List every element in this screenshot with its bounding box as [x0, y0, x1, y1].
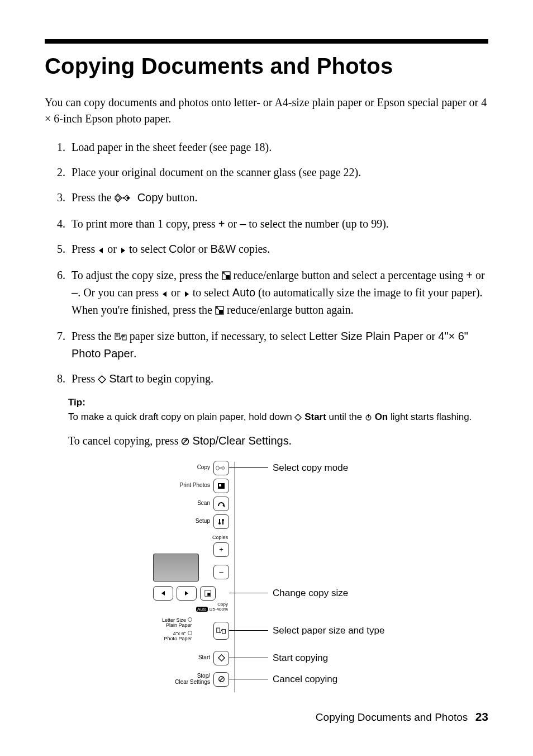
leader-line	[229, 679, 268, 679]
step-7: Press the paper size button, if necessar…	[68, 328, 488, 362]
print-photos-button[interactable]	[213, 479, 229, 493]
reduce-enlarge-button[interactable]	[200, 586, 216, 601]
letter-paper-label: Letter Size Plain Paper	[309, 330, 423, 342]
svg-point-17	[218, 522, 221, 525]
text: or	[423, 330, 439, 342]
copies-section-label: Copies	[212, 535, 228, 540]
leader-line	[229, 467, 268, 468]
reduce-enlarge-icon	[215, 303, 224, 319]
control-panel: Copy Print Photos Scan Setup Copies + –	[145, 457, 235, 692]
text: copies.	[236, 243, 270, 255]
right-arrow-button[interactable]	[177, 586, 197, 601]
leader-line	[229, 593, 268, 593]
setup-button-label: Setup	[196, 518, 210, 525]
minus-symbol: –	[72, 286, 78, 299]
leader-line	[229, 630, 268, 631]
svg-point-18	[222, 519, 224, 521]
paper-size-button[interactable]	[213, 622, 229, 640]
power-icon	[365, 412, 372, 426]
text: or	[168, 286, 183, 299]
steps-list: Load paper in the sheet feeder (see page…	[45, 139, 488, 388]
text: button.	[163, 191, 197, 204]
stop-button[interactable]	[213, 672, 229, 687]
svg-rect-6	[219, 310, 223, 314]
text: Press the	[72, 191, 115, 204]
cancel-line: To cancel copying, press Stop/Clear Sett…	[68, 434, 488, 448]
color-label: Color	[169, 243, 196, 255]
annot-paper-size: Select paper size and type	[273, 625, 384, 636]
copy-range-label: Copy	[217, 602, 228, 607]
plus-symbol: +	[218, 218, 225, 230]
setup-button[interactable]	[213, 514, 229, 529]
photo-led-icon	[188, 631, 192, 635]
scan-button[interactable]	[213, 497, 229, 511]
text: To adjust the copy size, press the	[72, 269, 222, 281]
text: Press	[72, 372, 98, 385]
svg-rect-1	[115, 196, 120, 200]
start-diamond-icon	[98, 372, 106, 388]
plain-paper-label: Plain Paper	[162, 623, 192, 628]
svg-rect-21	[217, 628, 220, 632]
auto-pill: Auto	[196, 607, 207, 612]
right-arrow-icon	[120, 242, 126, 258]
left-arrow-button[interactable]	[153, 586, 173, 601]
text: To cancel copying, press	[68, 434, 181, 447]
page-title: Copying Documents and Photos	[45, 54, 488, 79]
plus-symbol: +	[466, 269, 473, 281]
text: . Or you can press	[78, 286, 161, 299]
tip-block: Tip: To make a quick draft copy on plain…	[68, 397, 488, 426]
control-panel-diagram: Copy Print Photos Scan Setup Copies + –	[145, 457, 480, 692]
svg-line-24	[220, 677, 223, 681]
copies-minus-button[interactable]: –	[213, 565, 229, 579]
minus-symbol: –	[240, 218, 246, 230]
right-arrow-icon	[183, 286, 190, 302]
text: or	[104, 243, 120, 255]
step-6: To adjust the copy size, press the reduc…	[68, 267, 488, 319]
text: to select	[126, 243, 169, 255]
step-8: Press Start to begin copying.	[68, 371, 488, 388]
on-label: On	[375, 412, 388, 422]
svg-rect-16	[219, 484, 221, 486]
copies-plus-button[interactable]: +	[213, 542, 229, 557]
left-arrow-icon	[161, 286, 168, 302]
footer-title: Copying Documents and Photos	[316, 711, 468, 723]
step-3: Press the Copy button.	[68, 190, 488, 207]
svg-rect-20	[207, 593, 210, 596]
left-arrow-icon	[98, 242, 104, 258]
photo-paper-label: Photo Paper	[162, 636, 192, 641]
copy-label: Copy	[137, 191, 164, 204]
text: to begin copying.	[132, 372, 213, 385]
text: reduce/enlarge button again.	[224, 304, 354, 316]
text: Press	[72, 243, 98, 255]
text: .	[134, 347, 136, 360]
copy-button-label: Copy	[197, 465, 210, 471]
text: reduce/enlarge button and select a perce…	[231, 269, 467, 281]
annot-copy-mode: Select copy mode	[273, 462, 348, 474]
step-4: To print more than 1 copy, press + or – …	[68, 216, 488, 232]
text: to select	[190, 286, 232, 299]
text: or	[473, 269, 485, 281]
text: Press the	[72, 330, 115, 342]
text: paper size button, if necessary, to sele…	[127, 330, 309, 342]
tip-text: To make a quick draft copy on plain pape…	[68, 410, 488, 426]
copy-mode-button[interactable]	[213, 461, 229, 475]
letter-led-icon	[188, 617, 192, 622]
leader-line	[229, 658, 268, 658]
annot-start: Start copying	[273, 653, 328, 664]
text: To print more than 1 copy, press	[72, 218, 218, 230]
start-diamond-icon	[294, 412, 302, 426]
paper-size-icon	[115, 329, 127, 346]
copy-mode-icon	[115, 191, 135, 207]
text: light starts flashing.	[388, 412, 472, 422]
svg-rect-4	[226, 275, 230, 279]
tip-label: Tip:	[68, 397, 488, 408]
svg-rect-22	[222, 629, 226, 633]
page-footer: Copying Documents and Photos 23	[316, 710, 488, 724]
step-1: Load paper in the sheet feeder (see page…	[68, 139, 488, 155]
text: to select the number (up to 99).	[246, 218, 389, 230]
start-button[interactable]	[213, 651, 229, 665]
stop-label: Stop/Clear Settings	[192, 434, 288, 447]
svg-point-14	[221, 467, 221, 468]
print-photos-button-label: Print Photos	[180, 483, 210, 489]
auto-label: Auto	[232, 286, 255, 299]
